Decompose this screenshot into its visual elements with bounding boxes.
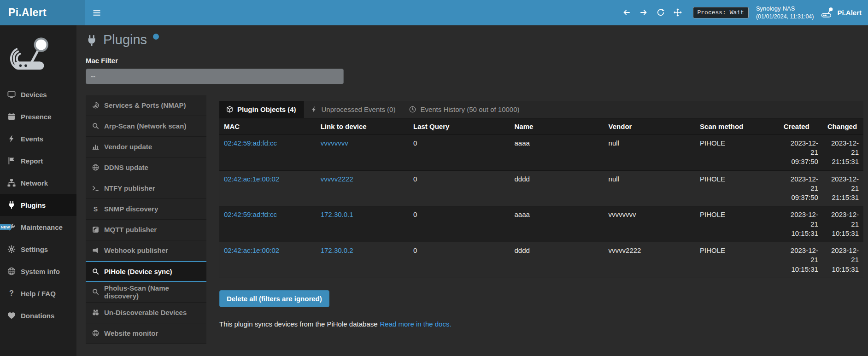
main-content: Plugins Mac Filter Services & Ports (NMA…	[76, 25, 868, 356]
plugin-nav-label: Un-Discoverable Devices	[104, 309, 187, 316]
tab-unprocessed-events-0[interactable]: Unprocessed Events (0)	[304, 101, 403, 118]
cell-link-to-device: vvvvvvvv	[316, 134, 409, 170]
column-header-mac[interactable]: MAC	[219, 118, 316, 135]
refresh-icon[interactable]	[657, 8, 665, 17]
globe-icon	[92, 330, 99, 337]
sidebar-item-plugins[interactable]: Plugins	[0, 194, 76, 216]
flag-icon	[7, 157, 16, 165]
cell-mac: 02:42:59:ad:fd:cc	[219, 206, 316, 242]
plugin-nav-item-website-monitor[interactable]: Website monitor	[86, 323, 206, 344]
title-info-badge[interactable]	[153, 34, 159, 40]
back-arrow-icon[interactable]	[622, 8, 631, 17]
forward-arrow-icon[interactable]	[639, 8, 648, 17]
cell-scan-method: PIHOLE	[695, 134, 779, 170]
sidebar-item-label: Network	[21, 179, 48, 187]
device-link[interactable]: 172.30.0.2	[321, 246, 353, 254]
mac-link[interactable]: 02:42:59:ad:fd:cc	[224, 139, 277, 147]
clock-icon	[409, 106, 416, 113]
tab-plugin-objects-4[interactable]: Plugin Objects (4)	[219, 101, 304, 118]
sidebar-item-donations[interactable]: Donations	[0, 304, 76, 327]
sidebar-item-label: Devices	[21, 91, 47, 99]
note-text: This plugin syncs devices from the PiHol…	[219, 320, 378, 328]
device-link[interactable]: 172.30.0.1	[321, 210, 353, 218]
cell-scan-method: PIHOLE	[695, 170, 779, 206]
cube-icon	[226, 106, 233, 113]
cell-changed: 2023-12-2121:15:31	[823, 134, 863, 170]
plugin-nav-item-ntfy-publisher[interactable]: NTFY publisher	[86, 178, 206, 199]
mac-link[interactable]: 02:42:59:ad:fd:cc	[224, 210, 277, 218]
sidebar-item-settings[interactable]: Settings	[0, 238, 76, 260]
plugin-nav-item-services-ports-nmap[interactable]: Services & Ports (NMAP)	[86, 95, 206, 116]
host-info: Synology-NAS (01/01/2024, 11:31:04)	[756, 5, 814, 20]
mqtt-icon	[92, 226, 99, 233]
sidebar-item-label: System info	[21, 268, 60, 275]
column-header-changed[interactable]: Changed	[823, 118, 863, 135]
plugin-nav-label: PiHole (Device sync)	[104, 268, 172, 275]
sidebar-item-help-faq[interactable]: ?Help / FAQ	[0, 282, 76, 304]
sidebar-menu: DevicesPresenceEventsReportNetworkPlugin…	[0, 83, 76, 327]
cell-mac: 02:42:59:ad:fd:cc	[219, 134, 316, 170]
search-icon	[92, 288, 99, 295]
binoculars-icon	[92, 309, 99, 316]
column-header-name[interactable]: Name	[510, 118, 604, 135]
cell-scan-method: PIHOLE	[695, 206, 779, 242]
column-header-last-query[interactable]: Last Query	[409, 118, 510, 135]
app-name: Pi.Alert	[837, 9, 862, 17]
device-link[interactable]: vvvvv2222	[321, 175, 353, 183]
page-header: Plugins	[86, 33, 863, 47]
plugin-nav-item-arp-scan-network-scan[interactable]: Arp-Scan (Network scan)	[86, 116, 206, 137]
docs-link[interactable]: Read more in the docs.	[380, 320, 452, 328]
column-header-scan-method[interactable]: Scan method	[695, 118, 779, 135]
plugin-nav-item-un-discoverable-devices[interactable]: Un-Discoverable Devices	[86, 303, 206, 323]
new-badge: NEW	[0, 224, 11, 230]
sidebar-item-system-info[interactable]: System info	[0, 260, 76, 282]
plugin-nav-item-snmp-discovery[interactable]: SSNMP discovery	[86, 199, 206, 220]
device-link[interactable]: vvvvvvvv	[321, 139, 348, 147]
mac-link[interactable]: 02:42:ac:1e:00:02	[224, 175, 279, 183]
plugin-nav-label: Vendor update	[104, 143, 152, 151]
plugin-nav-label: Webhook publisher	[104, 246, 168, 254]
delete-all-button[interactable]: Delete all (filters are ignored)	[219, 290, 329, 307]
cell-last-query: 0	[409, 242, 510, 278]
topbar: Pi.Alert Process: Wait Synology-NAS (01/…	[0, 0, 868, 25]
plugin-nav-label: DDNS update	[104, 163, 148, 171]
sidebar-item-label: Donations	[21, 312, 54, 320]
plugin-nav-label: MQTT publisher	[104, 226, 157, 233]
plugin-nav-item-vendor-update[interactable]: Vendor update	[86, 137, 206, 158]
plugin-nav-item-pihole-device-sync[interactable]: PiHole (Device sync)	[86, 261, 206, 282]
plugin-note: This plugin syncs devices from the PiHol…	[219, 320, 863, 328]
globe-icon	[92, 164, 99, 171]
mac-filter-input[interactable]	[86, 69, 344, 84]
tab-events-history-50-out-of-10000[interactable]: Events History (50 out of 10000)	[402, 101, 526, 118]
table-row: 02:42:59:ad:fd:ccvvvvvvvv0aaaanullPIHOLE…	[219, 134, 863, 170]
sidebar-item-network[interactable]: Network	[0, 172, 76, 194]
sidebar-item-presence[interactable]: Presence	[0, 105, 76, 128]
plugin-nav-item-mqtt-publisher[interactable]: MQTT publisher	[86, 220, 206, 240]
sidebar-item-devices[interactable]: Devices	[0, 83, 76, 105]
radar-icon	[92, 102, 99, 109]
sidebar-item-report[interactable]: Report	[0, 150, 76, 172]
column-header-created[interactable]: Created	[779, 118, 823, 135]
plugin-nav-item-pholus-scan-name-discovery[interactable]: Pholus-Scan (Name discovery)	[86, 282, 206, 303]
menu-icon[interactable]	[92, 8, 101, 18]
pialert-app: Pi.Alert Process: Wait Synology-NAS (01/…	[0, 0, 868, 356]
router-icon	[821, 7, 833, 18]
plugin-nav-item-webhook-publisher[interactable]: Webhook publisher	[86, 240, 206, 261]
mac-link[interactable]: 02:42:ac:1e:00:02	[224, 246, 279, 254]
cell-link-to-device: 172.30.0.2	[316, 242, 409, 278]
move-icon[interactable]	[674, 8, 682, 17]
plugin-nav-label: SNMP discovery	[104, 205, 158, 213]
s-icon: S	[92, 205, 99, 212]
brand-logo[interactable]: Pi.Alert	[0, 0, 85, 25]
cell-link-to-device: 172.30.0.1	[316, 206, 409, 242]
sidebar-item-maintenance[interactable]: NEWMaintenance	[0, 216, 76, 238]
column-header-link-to-device[interactable]: Link to device	[316, 118, 409, 135]
tab-label: Plugin Objects (4)	[237, 105, 296, 113]
column-header-vendor[interactable]: Vendor	[604, 118, 696, 135]
sidebar-item-events[interactable]: Events	[0, 128, 76, 150]
plugin-nav-item-ddns-update[interactable]: DDNS update	[86, 158, 206, 178]
sidebar-item-label: Help / FAQ	[21, 290, 56, 298]
cell-created: 2023-12-2110:15:31	[779, 242, 823, 278]
cell-mac: 02:42:ac:1e:00:02	[219, 170, 316, 206]
cell-vendor: vvvvv2222	[604, 242, 696, 278]
